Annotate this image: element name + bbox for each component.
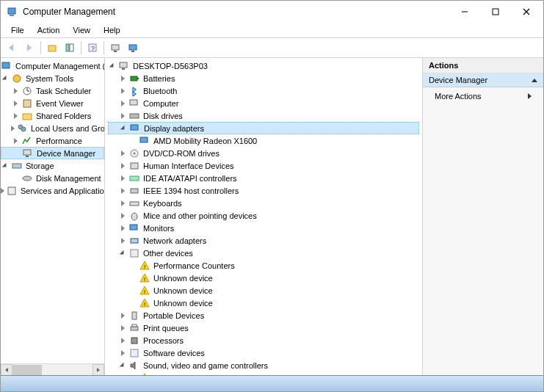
nav-event-viewer[interactable]: Event Viewer [1, 97, 104, 109]
expander-spacer [128, 299, 137, 308]
device-computer-category[interactable]: Computer [108, 97, 419, 109]
device-software[interactable]: Software devices [108, 346, 419, 359]
device-gpu[interactable]: AMD Mobility Radeon X1600 [108, 134, 419, 147]
other-icon [128, 247, 140, 259]
device-bluetooth[interactable]: Bluetooth [108, 84, 419, 97]
device-batteries[interactable]: Batteries [108, 72, 419, 84]
device-label: Unknown device [153, 286, 213, 295]
expander-icon[interactable] [118, 224, 127, 233]
expander-icon[interactable] [118, 236, 127, 245]
menu-action[interactable]: Action [32, 24, 66, 36]
gpu-icon [139, 135, 150, 147]
device-label: Sound, video and game controllers [143, 361, 268, 370]
expander-icon[interactable] [118, 99, 127, 108]
expander-icon[interactable] [1, 74, 10, 83]
menu-file[interactable]: File [5, 24, 30, 36]
monitor-icon-button[interactable] [125, 40, 141, 56]
nav-label: Computer Management (Local) [15, 62, 105, 70]
forward-button[interactable] [21, 40, 37, 56]
expander-icon[interactable] [118, 211, 127, 220]
maximize-button[interactable] [485, 1, 507, 23]
device-unknown[interactable]: !Unknown device [108, 284, 419, 297]
svg-rect-45 [131, 189, 138, 193]
close-button[interactable] [515, 1, 537, 23]
expander-icon[interactable] [118, 199, 127, 208]
expander-icon[interactable] [118, 74, 127, 83]
expander-icon[interactable] [11, 124, 15, 133]
expander-icon[interactable] [118, 161, 127, 170]
display-icon [129, 123, 141, 134]
device-sound[interactable]: Sound, video and game controllers [108, 359, 419, 371]
scroll-left-button[interactable] [1, 364, 12, 375]
device-dvd[interactable]: DVD/CD-ROM drives [108, 147, 419, 159]
expander-icon[interactable] [11, 112, 20, 120]
expander-icon[interactable] [119, 124, 128, 133]
nav-shared-folders[interactable]: Shared Folders [1, 109, 104, 122]
device-ide[interactable]: IDE ATA/ATAPI controllers [108, 172, 419, 184]
nav-system-tools[interactable]: System Tools [1, 72, 104, 84]
expander-icon[interactable] [118, 112, 127, 120]
nav-performance[interactable]: Performance [1, 134, 104, 147]
menu-view[interactable]: View [67, 24, 96, 36]
horizontal-scrollbar[interactable] [1, 363, 104, 375]
expander-icon[interactable] [11, 87, 20, 95]
nav-label: Event Viewer [36, 99, 84, 108]
expander-icon[interactable] [118, 349, 127, 357]
svg-rect-35 [131, 76, 137, 81]
show-hide-tree-button[interactable] [62, 40, 78, 56]
expander-icon[interactable] [118, 174, 127, 183]
svg-rect-61 [132, 324, 137, 327]
device-other[interactable]: Other devices [108, 247, 419, 259]
nav-storage[interactable]: Storage [1, 159, 104, 172]
menu-help[interactable]: Help [98, 24, 126, 36]
expander-icon[interactable] [11, 137, 20, 145]
scroll-track[interactable] [12, 364, 93, 375]
nav-root[interactable]: Computer Management (Local) [1, 59, 104, 72]
device-computer-root[interactable]: DESKTOP-D563P03 [108, 59, 419, 72]
device-monitors[interactable]: Monitors [108, 222, 419, 234]
expander-icon[interactable] [11, 99, 20, 108]
device-keyboards[interactable]: Keyboards [108, 197, 419, 209]
up-button[interactable] [44, 40, 60, 56]
back-button[interactable] [4, 40, 20, 56]
svg-marker-32 [97, 368, 100, 372]
expander-icon[interactable] [118, 361, 127, 370]
device-portable[interactable]: Portable Devices [108, 309, 419, 322]
expander-icon[interactable] [118, 87, 127, 95]
nav-device-manager[interactable]: Device Manager [1, 147, 104, 159]
svg-rect-22 [23, 100, 31, 107]
nav-disk-management[interactable]: Disk Management [1, 172, 104, 184]
actions-section-header[interactable]: Device Manager [423, 73, 543, 87]
expander-icon[interactable] [118, 249, 127, 258]
device-disk-drives[interactable]: Disk drives [108, 109, 419, 122]
scroll-thumb[interactable] [12, 365, 42, 375]
device-ieee1394[interactable]: IEEE 1394 host controllers [108, 184, 419, 197]
expander-icon[interactable] [118, 311, 127, 320]
help-button[interactable]: ? [84, 40, 101, 56]
scroll-right-button[interactable] [93, 364, 104, 375]
nav-services-apps[interactable]: Services and Applications [1, 184, 104, 197]
device-hid[interactable]: Human Interface Devices [108, 159, 419, 172]
device-network[interactable]: Network adapters [108, 234, 419, 247]
device-display-adapters[interactable]: Display adapters [108, 122, 419, 134]
device-mice[interactable]: Mice and other pointing devices [108, 209, 419, 222]
expander-icon[interactable] [118, 149, 127, 158]
expander-icon[interactable] [118, 324, 127, 333]
nav-local-users[interactable]: Local Users and Groups [1, 122, 104, 134]
expander-spacer [128, 286, 137, 295]
minimize-button[interactable] [454, 1, 476, 23]
device-unknown[interactable]: !Unknown device [108, 297, 419, 309]
actions-item-label: More Actions [435, 92, 482, 101]
device-unknown[interactable]: !Unknown device [108, 272, 419, 284]
device-perf-counters[interactable]: !Performance Counters [108, 259, 419, 272]
expander-icon[interactable] [118, 186, 127, 195]
nav-task-scheduler[interactable]: Task Scheduler [1, 84, 104, 97]
expander-icon[interactable] [118, 336, 127, 345]
more-actions-item[interactable]: More Actions [423, 87, 543, 105]
device-processors[interactable]: Processors [108, 334, 419, 346]
expander-icon[interactable] [1, 161, 10, 170]
scan-hardware-button[interactable] [107, 40, 123, 56]
expander-icon[interactable] [108, 62, 117, 70]
expander-icon[interactable] [1, 186, 4, 195]
device-print-queues[interactable]: Print queues [108, 322, 419, 334]
